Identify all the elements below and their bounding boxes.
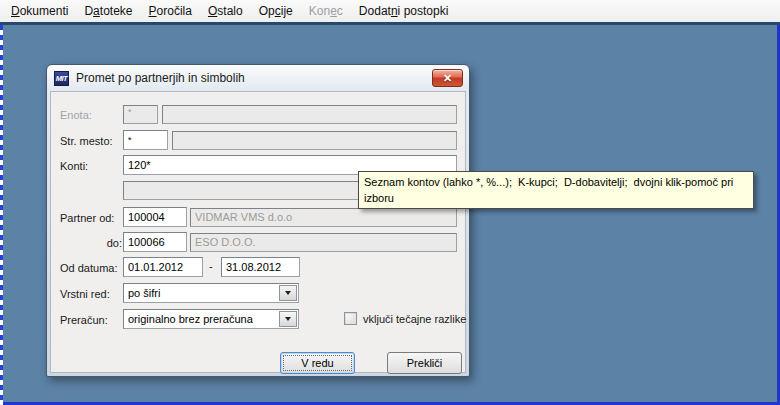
partner-od-label: Partner od: <box>60 209 122 228</box>
str-mesto-value-field <box>172 131 457 150</box>
konti-label: Konti: <box>60 157 122 176</box>
dialog-promet-po-partnerjih: MIT Promet po partnerjih in simbolih ✕ E… <box>46 64 470 377</box>
str-mesto-input[interactable] <box>123 130 168 150</box>
vrstni-red-dropdown[interactable]: po šifri <box>123 283 299 303</box>
vrstni-red-selected-value: po šifri <box>124 284 278 302</box>
dialog-title-bar[interactable]: MIT Promet po partnerjih in simbolih ✕ <box>47 65 469 91</box>
date-range-separator: - <box>209 260 213 272</box>
od-datuma-label: Od datuma: <box>60 259 122 278</box>
str-mesto-label: Str. mesto: <box>60 132 122 151</box>
menu-item-dokumenti[interactable]: Dokumenti <box>3 1 76 21</box>
app-window: Dokumenti Datoteke Poročila Ostalo Opcij… <box>0 0 780 405</box>
tecajne-razlike-checkbox[interactable] <box>344 312 357 325</box>
close-icon[interactable]: ✕ <box>432 69 463 87</box>
app-logo-icon: MIT <box>54 71 69 86</box>
menu-item-porocila[interactable]: Poročila <box>141 1 200 21</box>
preracun-label: Preračun: <box>60 311 122 330</box>
menu-item-datoteke[interactable]: Datoteke <box>76 1 140 21</box>
menu-item-opcije[interactable]: Opcije <box>251 1 301 21</box>
vrstni-red-label: Vrstni red: <box>60 285 122 304</box>
date-to-input[interactable] <box>221 257 300 277</box>
partner-do-name-field: ESO D.O.O. <box>190 233 457 252</box>
dialog-client-area: Enota: * Str. mesto: Konti: Partner od: … <box>50 91 466 373</box>
menu-item-konec: Konec <box>301 1 351 21</box>
chevron-down-icon <box>285 317 291 321</box>
preracun-dropdown-button[interactable] <box>279 311 297 327</box>
partner-do-code-input[interactable] <box>123 232 187 252</box>
window-left-dashed-edge <box>0 25 3 405</box>
enota-value-field <box>162 105 457 124</box>
menu-item-ostalo[interactable]: Ostalo <box>200 1 251 21</box>
chevron-down-icon <box>285 291 291 295</box>
vrstni-red-dropdown-button[interactable] <box>279 285 297 301</box>
tecajne-razlike-label: vključi tečajne razlike <box>363 313 466 326</box>
enota-star-field: * <box>123 105 158 124</box>
enota-label: Enota: <box>60 106 122 125</box>
cancel-button[interactable]: Prekliči <box>387 352 462 374</box>
partner-do-label: do: <box>60 234 122 253</box>
ok-button[interactable]: V redu <box>280 352 355 374</box>
dialog-title: Promet po partnerjih in simbolih <box>76 71 245 85</box>
konti-tooltip: Seznam kontov (lahko *, %...); K-kupci; … <box>358 171 754 209</box>
menu-bar: Dokumenti Datoteke Poročila Ostalo Opcij… <box>0 0 780 22</box>
partner-od-name-field: VIDMAR VMS d.o.o <box>190 208 457 227</box>
menu-item-dodatni-postopki[interactable]: Dodatni postopki <box>351 1 457 21</box>
preracun-selected-value: originalno brez preračuna <box>124 310 278 328</box>
preracun-dropdown[interactable]: originalno brez preračuna <box>123 309 299 329</box>
date-from-input[interactable] <box>123 257 203 277</box>
partner-od-code-input[interactable] <box>123 207 187 227</box>
